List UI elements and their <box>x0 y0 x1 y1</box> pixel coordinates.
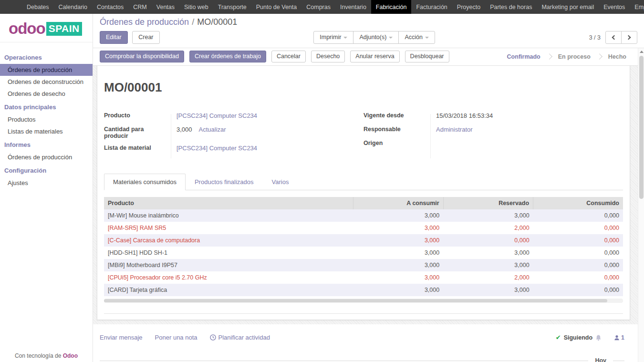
cell-consumed: 0,000 <box>533 247 623 259</box>
column-header-reservado[interactable]: Reservado <box>443 197 533 209</box>
pager-next-button[interactable] <box>621 31 637 44</box>
send-message-button[interactable]: Enviar mensaje <box>100 334 143 341</box>
table-horizontal-scrollbar[interactable] <box>104 299 623 303</box>
followers-button[interactable]: 1 <box>614 334 624 341</box>
bom-link[interactable]: [PCSC234] Computer SC234 <box>177 145 257 152</box>
cell-product: [RAM-SR5] RAM SR5 <box>104 222 353 234</box>
update-quantity-link[interactable]: Actualizar <box>199 126 226 133</box>
comprobar-la-disponibilidad-button[interactable]: Comprobar la disponibilidad <box>100 51 184 62</box>
sidebar-section-configuracion: Configuración <box>0 163 93 177</box>
table-body: [M-Wir] Mouse inalámbrico3,0003,0000,000… <box>104 209 623 296</box>
status-step-en-proceso[interactable]: En proceso <box>551 53 597 60</box>
breadcrumb-parent[interactable]: Órdenes de producción <box>100 17 189 27</box>
topbar-menus: DebatesCalendarioContactosCRMVentasSitio… <box>0 0 644 14</box>
chevron-down-icon <box>389 37 393 39</box>
action-dropdown[interactable]: Acción <box>398 31 435 44</box>
app-logo: odooSPAIN <box>0 14 93 42</box>
status-step-confirmado[interactable]: Confirmado <box>500 53 547 60</box>
desbloquear-button[interactable]: Desbloquear <box>405 51 449 62</box>
edit-button[interactable]: Editar <box>100 31 128 44</box>
tab-varios[interactable]: Varios <box>263 174 298 190</box>
topbar-menu-proyecto[interactable]: Proyecto <box>452 0 485 14</box>
create-button[interactable]: Crear <box>132 31 159 44</box>
topbar-menu-facturacion[interactable]: Facturación <box>411 0 452 14</box>
tab-materiales-consumidos[interactable]: Materiales consumidos <box>104 174 186 190</box>
column-header-consumido[interactable]: Consumido <box>533 197 623 209</box>
column-header-producto[interactable]: Producto <box>104 197 353 209</box>
topbar-menu-crm[interactable]: CRM <box>128 0 151 14</box>
topbar-menu-marketing-por-email[interactable]: Marketing por email <box>537 0 599 14</box>
cancelar-button[interactable]: Cancelar <box>271 51 306 62</box>
table-row[interactable]: [M-Wir] Mouse inalámbrico3,0003,0000,000 <box>104 209 623 222</box>
sidebar-item-ordenes-de-desecho[interactable]: Ordenes de desecho <box>0 88 93 100</box>
notebook-tabs: Materiales consumidosProductos finalizad… <box>104 174 623 190</box>
table-row[interactable]: [CARD] Tarjeta gráfica3,0003,0000,000 <box>104 284 623 296</box>
scroll-up-button[interactable] <box>638 48 644 55</box>
scrollbar-thumb[interactable] <box>639 56 644 199</box>
table-row[interactable]: [CPUi5] Procesador core i5 2.70 GHz3,000… <box>104 271 623 284</box>
person-icon <box>614 335 620 341</box>
cell-product: [M-Wir] Mouse inalámbrico <box>104 209 353 222</box>
chevron-down-icon <box>425 37 429 39</box>
cell-to-consume: 3,000 <box>353 284 443 296</box>
table-row[interactable]: [RAM-SR5] RAM SR53,0002,0000,000 <box>104 222 623 234</box>
cell-product: [CARD] Tarjeta gráfica <box>104 284 353 296</box>
bell-icon[interactable] <box>595 334 602 341</box>
triangle-up-icon <box>640 51 644 53</box>
sidebar-section-informes: Informes <box>0 137 93 151</box>
log-note-button[interactable]: Poner una nota <box>155 334 197 341</box>
field-label-responsable: Responsable <box>364 126 430 134</box>
topbar-menu-transporte[interactable]: Transporte <box>213 0 251 14</box>
topbar-menu-debates[interactable]: Debates <box>22 0 54 14</box>
clock-icon <box>210 334 216 341</box>
table-row[interactable]: [HDD-SH1] HDD SH-13,0003,0000,000 <box>104 247 623 259</box>
tab-productos-finalizados[interactable]: Productos finalizados <box>186 174 263 190</box>
topbar-menu-eventos[interactable]: Eventos <box>599 0 630 14</box>
schedule-activity-button[interactable]: Planificar actividad <box>210 334 270 341</box>
vertical-scrollbar[interactable] <box>638 48 644 362</box>
topbar-menu-calendario[interactable]: Calendario <box>54 0 92 14</box>
field-label-origen: Origen <box>364 140 430 148</box>
crear-ordenes-de-trabajo-button[interactable]: Crear órdenes de trabajo <box>189 51 266 62</box>
sidebar-item-listas-de-materiales[interactable]: Listas de materiales <box>0 125 93 137</box>
pager-previous-button[interactable] <box>605 31 622 44</box>
statusbar-buttons: Comprobar la disponibilidadCrear órdenes… <box>100 51 449 62</box>
topbar-menu-contactos[interactable]: Contactos <box>92 0 128 14</box>
desecho-button[interactable]: Desecho <box>311 51 345 62</box>
topbar-menu-sitio-web[interactable]: Sitio web <box>179 0 213 14</box>
topbar-menu-partes-de-horas[interactable]: Partes de horas <box>485 0 537 14</box>
powered-brand-link[interactable]: Odoo <box>63 352 78 359</box>
table-row[interactable]: [C-Case] Carcasa de computadora3,0000,00… <box>104 234 623 247</box>
cell-consumed: 0,000 <box>533 234 623 247</box>
following-toggle[interactable]: ✔ Siguiendo <box>556 334 602 341</box>
sidebar-item-ajustes[interactable]: Ajustes <box>0 177 93 189</box>
topbar-menu-inventario[interactable]: Inventario <box>335 0 371 14</box>
column-header-a-consumir[interactable]: A consumir <box>353 197 443 209</box>
topbar-menu-fabricacion[interactable]: Fabricación <box>371 0 412 14</box>
sidebar-nav: OperacionesÓrdenes de producciónOrdenes … <box>0 42 93 189</box>
control-panel: Órdenes de producción/MO/00001 Editar Cr… <box>93 14 644 48</box>
topbar-menu-compras[interactable]: Compras <box>301 0 335 14</box>
print-dropdown[interactable]: Imprimir <box>313 31 353 44</box>
attachments-dropdown[interactable]: Adjunto(s) <box>353 31 399 44</box>
responsible-link[interactable]: Administrator <box>436 126 473 133</box>
cell-consumed: 0,000 <box>533 209 623 222</box>
anular-reserva-button[interactable]: Anular reserva <box>350 51 399 62</box>
table-row[interactable]: [MBi9] Motherboard I9P573,0003,0000,000 <box>104 259 623 271</box>
cell-to-consume: 3,000 <box>353 222 443 234</box>
sidebar-item-ordenes-de-produccion[interactable]: Órdenes de producción <box>0 64 93 76</box>
sidebar-section-operaciones: Operaciones <box>0 50 93 64</box>
topbar-menu-ventas[interactable]: Ventas <box>152 0 179 14</box>
topbar-menu-empleados[interactable]: Empleados <box>630 0 644 14</box>
product-link[interactable]: [PCSC234] Computer SC234 <box>177 112 257 119</box>
sidebar-item-productos[interactable]: Productos <box>0 114 93 125</box>
check-icon: ✔ <box>556 334 561 341</box>
cp-dropdowns: Imprimir Adjunto(s) Acción <box>160 31 589 44</box>
hscroll-thumb[interactable] <box>104 299 607 302</box>
sidebar-item-ordenes-de-produccion[interactable]: Órdenes de producción <box>0 151 93 163</box>
cell-reserved: 3,000 <box>443 259 533 271</box>
sidebar-item-ordenes-de-deconstruccion[interactable]: Ordenes de deconstrucción <box>0 76 93 88</box>
status-step-hecho[interactable]: Hecho <box>602 53 633 60</box>
topbar-menu-punto-de-venta[interactable]: Punto de Venta <box>251 0 302 14</box>
form-statusbar: Comprobar la disponibilidadCrear órdenes… <box>93 48 638 66</box>
